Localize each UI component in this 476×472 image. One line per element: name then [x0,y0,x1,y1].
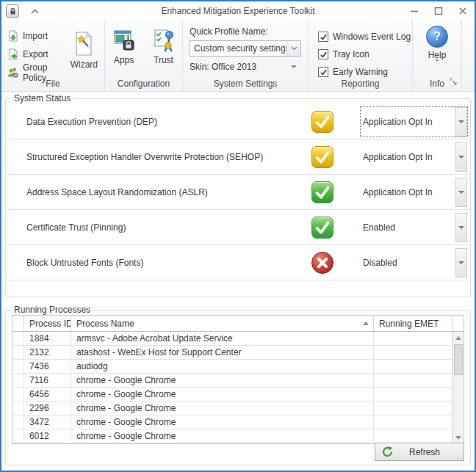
status-value: Disabled [361,258,455,268]
ribbon-group-configuration: Apps Trust Configuration [105,21,183,91]
apps-label: Apps [114,55,134,65]
export-icon [7,48,19,60]
system-settings-group-label: System Settings [183,79,308,89]
scroll-up-icon [455,336,461,340]
process-row[interactable]: 7116chrome - Google Chrome [12,374,452,388]
info-group-label: Info [413,79,461,89]
export-label: Export [23,49,48,59]
status-row-sehop: Structured Exception Handler Overwrite P… [6,139,470,175]
ribbon: Import Export [1,21,475,92]
status-row-aslr: Address Space Layout Randomization (ASLR… [6,175,470,210]
skin-label: Skin: Office 2013 [190,62,256,72]
dropdown-arrow-button[interactable] [455,178,467,207]
maximize-button[interactable] [426,2,450,20]
import-icon [7,30,19,42]
sort-ascending-icon [363,322,369,325]
checkbox-windows-event-log[interactable]: Windows Event Log [318,28,412,46]
status-dropdown-dep[interactable]: Application Opt In [360,106,468,137]
status-yellow-check-icon [311,111,333,133]
window-controls [402,2,475,20]
process-row[interactable]: 3472chrome - Google Chrome [12,415,452,429]
process-table-body: 1884armsvc - Adobe Acrobat Update Servic… [12,332,464,443]
status-dropdown-certificate-trust[interactable]: Enabled [360,212,468,243]
status-dropdown-sehop[interactable]: Application Opt In [360,142,468,173]
configuration-group-label: Configuration [105,79,182,89]
quick-profile-combobox[interactable]: Custom security settings [190,40,301,57]
status-row-certificate-trust: Certificate Trust (Pinning) Enabled [6,210,470,245]
process-rows: 1884armsvc - Adobe Acrobat Update Servic… [12,332,452,443]
checkbox-checked-icon [318,49,328,59]
ribbon-group-reporting: Windows Event Log Tray Icon Early Warnin… [309,21,413,91]
process-row[interactable]: 2296chrome - Google Chrome [12,402,452,415]
status-value: Application Opt In [361,152,455,162]
header-row-selector [12,316,24,331]
scrollbar-thumb[interactable] [454,344,463,375]
scroll-up-button[interactable] [453,332,464,344]
chevron-down-icon [435,59,439,72]
main-area: System Status Data Execution Prevention … [1,98,475,472]
question-mark-icon: ? [433,30,441,43]
trust-icon [152,28,176,53]
emet-window: Enhanced Mitigation Experience Toolkit [0,0,476,472]
quick-profile-label: Quick Profile Name: [190,26,302,37]
status-label: Data Execution Prevention (DEP) [26,117,311,127]
header-running-emet[interactable]: Running EMET [374,316,452,331]
status-red-x-icon [311,252,333,274]
process-row[interactable]: 1884armsvc - Adobe Acrobat Update Servic… [12,332,452,346]
process-row[interactable]: 2132atashost - WebEx Host for Support Ce… [12,346,452,360]
maximize-icon [433,5,444,17]
chevron-down-icon [458,191,464,194]
status-dropdown-fonts[interactable]: Disabled [360,247,468,278]
app-menu-lock-icon[interactable] [6,4,19,18]
ribbon-group-file: Import Export [1,21,105,91]
checkbox-label: Windows Event Log [333,32,411,42]
status-dropdown-aslr[interactable]: Application Opt In [360,177,468,208]
checkbox-label: Tray Icon [333,49,369,59]
header-process-name[interactable]: Process Name [71,316,374,331]
ribbon-filler [462,21,475,91]
chevron-down-icon [458,226,464,229]
trust-label: Trust [154,55,173,65]
quick-profile-dropdown-button[interactable] [286,41,300,56]
chevron-down-icon [458,120,464,123]
checkbox-tray-icon[interactable]: Tray Icon [318,46,412,63]
dropdown-arrow-button[interactable] [455,213,467,242]
dropdown-arrow-button[interactable] [455,107,467,137]
status-yellow-check-icon [311,146,333,168]
status-green-check-icon [311,181,333,203]
status-label: Structured Exception Handler Overwrite P… [26,152,311,162]
checkbox-checked-icon [318,32,328,42]
skin-selector[interactable]: Skin: Office 2013 [190,62,297,72]
quick-profile-value: Custom security settings [190,43,286,54]
scroll-down-button[interactable] [453,432,464,443]
apps-icon [112,28,136,53]
minimize-button[interactable] [402,2,426,20]
help-dropdown-button[interactable] [435,62,439,72]
refresh-button[interactable]: Refresh [375,443,464,461]
import-button[interactable]: Import [6,26,67,45]
collapse-ribbon-button[interactable] [31,9,39,14]
titlebar: Enhanced Mitigation Experience Toolkit [1,1,475,21]
status-value: Application Opt In [361,187,455,197]
status-label: Certificate Trust (Pinning) [26,222,311,233]
process-row[interactable]: 7436audiodg [12,360,452,374]
header-process-id[interactable]: Process ID [24,316,71,331]
checkbox-label: Early Warning [333,67,388,77]
close-button[interactable] [450,2,475,20]
reporting-group-label: Reporting [309,79,412,89]
refresh-icon [382,446,393,457]
status-row-dep: Data Execution Prevention (DEP) Applicat… [6,104,470,139]
process-row[interactable]: 6012chrome - Google Chrome [12,429,452,443]
status-row-fonts: Block Untrusted Fonts (Fonts) Disabled [6,245,470,280]
help-button[interactable]: ? [426,26,448,48]
running-processes-groupbox: Running Processes Process ID Process Nam… [5,310,471,465]
refresh-label: Refresh [393,447,456,457]
export-button[interactable]: Export [6,45,67,63]
status-value: Application Opt In [361,117,455,127]
dropdown-arrow-button[interactable] [455,142,467,172]
file-group-label: File [1,79,104,89]
vertical-scrollbar[interactable] [452,332,464,443]
help-label: Help [428,50,447,60]
dropdown-arrow-button[interactable] [455,248,467,277]
process-row[interactable]: 6456chrome - Google Chrome [12,388,452,402]
